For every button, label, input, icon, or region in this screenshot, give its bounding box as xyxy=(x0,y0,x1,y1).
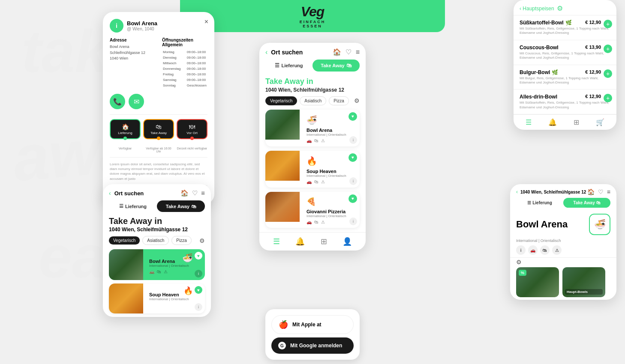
ll-bowl-logo: 🍜 xyxy=(182,253,193,263)
ll-filter-vegetarisch[interactable]: Vegetarisch xyxy=(109,236,140,245)
rl-alert-badge[interactable]: ⚠ xyxy=(552,245,562,255)
day-5: Freitag xyxy=(163,72,186,77)
home-icon[interactable]: 🏠 xyxy=(333,48,341,56)
menu-item-2-desc: Mit Couscous, Reis, Grillgemüse, 1 Toppi… xyxy=(520,51,610,60)
soup-heaven-info-badge[interactable]: i xyxy=(349,177,357,185)
ll-heart-icon[interactable]: ♡ xyxy=(192,189,198,197)
add-item-3-button[interactable]: + xyxy=(604,69,612,78)
tab-takeaway[interactable]: Take Away 🛍 xyxy=(312,60,360,72)
rl-delivery-tab-icon: ☰ xyxy=(527,200,531,205)
menu-item-1-desc: Mit Süßkartoffeln, Reis, Grillgemüse, 1 … xyxy=(520,27,610,36)
add-item-4-button[interactable]: + xyxy=(604,94,612,102)
ll-menu-icon[interactable]: ≡ xyxy=(201,189,205,197)
add-item-2-button[interactable]: + xyxy=(604,45,612,53)
phone-button[interactable]: 📞 xyxy=(110,94,125,109)
menu-back-button[interactable]: ‹ Hauptspeisen xyxy=(520,6,554,12)
email-button[interactable]: ✉ xyxy=(129,94,144,109)
ll-bowl-info-badge[interactable]: i xyxy=(195,270,202,277)
main-nav-bell[interactable]: 🔔 xyxy=(295,237,305,246)
apple-login-button[interactable]: 🍎 Mit Apple at xyxy=(271,315,354,334)
giovanni-delivery-icon: 🚗 xyxy=(306,220,312,224)
google-login-button[interactable]: G Mit Google anmelden xyxy=(271,337,354,354)
service-dine-in[interactable]: 🍽 Vor Ort xyxy=(177,119,207,139)
ll-tabs: ☰ Lieferung Take Away 🛍 xyxy=(103,200,211,216)
ll-tab-takeaway[interactable]: Take Away 🛍 xyxy=(157,200,205,212)
menu-nav-bell[interactable]: 🔔 xyxy=(548,118,557,126)
ll-soup-info-badge[interactable]: i xyxy=(195,303,202,311)
filter-asiatisch[interactable]: Asiatisch xyxy=(300,96,326,105)
time-3: 09:00–18:00 xyxy=(187,61,207,66)
day-6: Samstag xyxy=(163,78,186,82)
rl-heart-icon[interactable]: ♡ xyxy=(598,188,604,195)
restaurant-bowl-arena[interactable]: 🍜 Bowl Arena International | Orientalisc… xyxy=(265,110,360,146)
filter-pizza[interactable]: Pizza xyxy=(329,96,349,105)
heart-icon[interactable]: ♡ xyxy=(346,48,352,56)
ll-back-button[interactable]: ‹ xyxy=(109,190,111,197)
service-delivery[interactable]: 🏠 Lieferung xyxy=(110,119,141,139)
ll-takeaway-heading: Take Away in xyxy=(103,216,211,227)
ll-filter-asiatisch[interactable]: Asiatisch xyxy=(142,236,169,245)
ll-filter-pizza[interactable]: Pizza xyxy=(171,236,191,245)
ll-filter-icon[interactable]: ⚙ xyxy=(199,237,205,244)
ll-bowl-arena[interactable]: 🍜 Bowl Arena International | Orientalisc… xyxy=(109,249,205,280)
soup-delivery-icon: 🚗 xyxy=(306,179,312,184)
ll-bowl-favorite[interactable]: ♥ xyxy=(195,252,202,260)
apple-login-text: Mit Apple at xyxy=(292,322,322,328)
rl-delivery-badge[interactable]: 🚗 xyxy=(528,245,538,255)
menu-nav-cart[interactable]: 🛒 xyxy=(596,118,604,126)
delivery-action-icon: 🚗 xyxy=(306,138,312,143)
bowl-arena-favorite[interactable]: ♥ xyxy=(349,112,357,121)
takeaway-action-icon: 🛍 xyxy=(314,138,319,143)
soup-heaven-sub: International | Orientalisch xyxy=(306,174,357,178)
rl-thumb-2[interactable]: Haupt-Bowls xyxy=(562,267,605,297)
rl-tab-takeaway[interactable]: Take Away 🛍 xyxy=(563,198,610,208)
time-4: 09:00–18:00 xyxy=(187,66,207,71)
rl-filter-icon[interactable]: ⚙ xyxy=(516,259,522,266)
ll-bowl-delivery: 🚗 xyxy=(149,269,154,274)
rl-home-icon[interactable]: 🏠 xyxy=(587,188,595,195)
main-nav-grid[interactable]: ⊞ xyxy=(321,237,327,246)
restaurant-soup-heaven[interactable]: 🔥 Soup Heaven International | Orientalis… xyxy=(265,151,360,188)
menu-header: ‹ Hauptspeisen ⚙ xyxy=(514,0,616,15)
add-item-1-button[interactable]: + xyxy=(604,20,612,28)
menu-dots-icon[interactable]: ≡ xyxy=(356,48,360,56)
menu-filter-icon[interactable]: ⚙ xyxy=(557,4,563,12)
rl-info-badge[interactable]: i xyxy=(516,245,526,255)
giovanni-favorite[interactable]: ♥ xyxy=(349,194,357,203)
restaurant-giovanni[interactable]: 🍕 Giovanni Pizzeria International | Orie… xyxy=(265,192,360,228)
close-button[interactable]: × xyxy=(204,18,208,26)
ll-tab-delivery[interactable]: ☰ Lieferung xyxy=(109,200,157,212)
filter-settings-icon[interactable]: ⚙ xyxy=(354,97,360,104)
rl-back-button[interactable]: ‹ xyxy=(516,189,518,195)
menu-bottom-nav: ☰ 🔔 ⊞ 🛒 xyxy=(514,114,616,130)
menu-item-2: Couscous-Bowl € 13,90 + Mit Couscous, Re… xyxy=(514,40,616,65)
giovanni-info-badge[interactable]: i xyxy=(349,218,357,225)
time-2: 09:00–18:00 xyxy=(187,55,207,60)
rl-menu-icon[interactable]: ≡ xyxy=(607,188,610,195)
filter-vegetarisch[interactable]: Vegetarisch xyxy=(265,96,297,105)
ll-home-icon[interactable]: 🏠 xyxy=(180,189,189,197)
menu-nav-menu[interactable]: ☰ xyxy=(526,118,532,126)
main-back-button[interactable]: ‹ xyxy=(265,48,267,56)
soup-heaven-favorite[interactable]: ♥ xyxy=(349,153,357,162)
ll-soup-heaven[interactable]: 🔥 Soup Heaven International | Orientalis… xyxy=(109,283,205,313)
main-nav-person[interactable]: 👤 xyxy=(343,237,352,246)
main-nav-menu[interactable]: ☰ xyxy=(273,237,280,246)
ll-bowl-arena-sub: International | Orientalisch xyxy=(149,264,202,268)
delivery-tab-icon: ☰ xyxy=(275,63,279,69)
menu-nav-grid[interactable]: ⊞ xyxy=(574,118,579,126)
service-takeaway[interactable]: 🛍 Take Away xyxy=(143,119,174,139)
card-left-lower: ‹ Ort suchen 🏠 ♡ ≡ ☰ Lieferung Take Away… xyxy=(103,184,211,317)
restaurant-name: Bowl Arena xyxy=(127,20,157,27)
menu-item-4: Alles-drin-Bowl € 12,90 + Mit Süßkartoff… xyxy=(514,90,616,114)
card-main-search: ‹ Ort suchen 🏠 ♡ ≡ ☰ Lieferung Take Away… xyxy=(259,43,366,251)
rl-bag-badge[interactable]: 🛍 xyxy=(540,245,550,255)
bowl-arena-info-badge[interactable]: i xyxy=(349,136,357,144)
rl-tab-delivery[interactable]: ☰ Lieferung xyxy=(516,198,563,208)
ll-soup-favorite[interactable]: ♥ xyxy=(195,286,202,294)
rl-thumb-1[interactable]: % xyxy=(516,267,559,297)
address-line-2: Schleifmühlgasse 12 xyxy=(110,50,155,56)
tab-delivery[interactable]: ☰ Lieferung xyxy=(265,60,312,72)
ll-delivery-icon: ☰ xyxy=(119,203,123,209)
address-line-3: 1040 Wien xyxy=(110,56,155,62)
